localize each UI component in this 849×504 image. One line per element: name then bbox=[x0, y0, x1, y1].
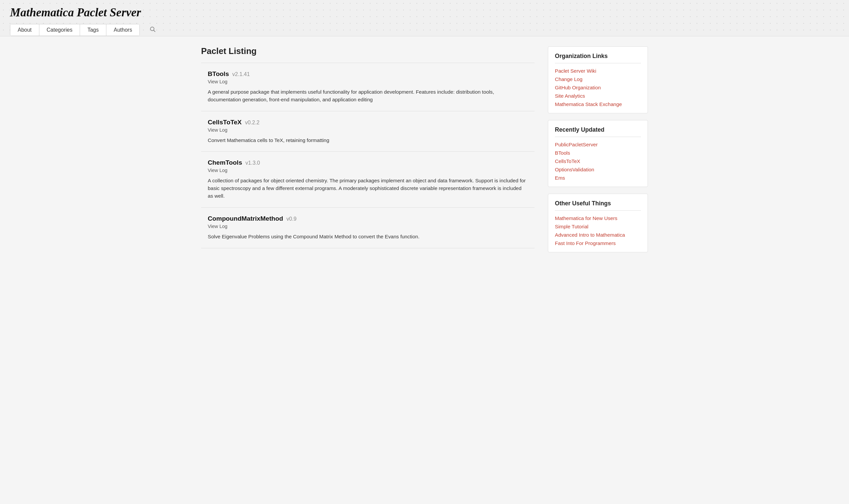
recently-updated-list: PublicPacletServerBToolsCellsToTeXOption… bbox=[555, 142, 641, 181]
sidebar-link[interactable]: Site Analytics bbox=[555, 93, 641, 99]
paclet-name: CompoundMatrixMethod bbox=[208, 215, 283, 222]
paclet-header: CellsToTeX v0.2.2 bbox=[208, 119, 528, 126]
sidebar-link[interactable]: Simple Tutorial bbox=[555, 224, 641, 229]
sidebar-link[interactable]: OptionsValidation bbox=[555, 167, 641, 172]
other-useful-title: Other Useful Things bbox=[555, 200, 641, 211]
nav-tab-about[interactable]: About bbox=[10, 24, 39, 36]
paclet-item: BTools v2.1.41 View Log A general purpos… bbox=[201, 63, 534, 111]
sidebar-link[interactable]: Change Log bbox=[555, 76, 641, 82]
sidebar: Organization Links Paclet Server WikiCha… bbox=[548, 46, 648, 252]
main-layout: Paclet Listing BTools v2.1.41 View Log A… bbox=[191, 36, 658, 262]
paclet-description: A collection of packages for object orie… bbox=[208, 177, 528, 200]
sidebar-link[interactable]: Fast Into For Programmers bbox=[555, 240, 641, 246]
sidebar-link[interactable]: Paclet Server Wiki bbox=[555, 68, 641, 74]
sidebar-link[interactable]: PublicPacletServer bbox=[555, 142, 641, 147]
organization-links-list: Paclet Server WikiChange LogGitHub Organ… bbox=[555, 68, 641, 107]
paclet-description: Convert Mathematica cells to TeX, retain… bbox=[208, 137, 528, 144]
organization-links-box: Organization Links Paclet Server WikiCha… bbox=[548, 46, 648, 113]
sidebar-link[interactable]: GitHub Organization bbox=[555, 85, 641, 90]
paclet-header: ChemTools v1.3.0 bbox=[208, 159, 528, 166]
paclet-description: A general purpose package that implement… bbox=[208, 88, 528, 104]
paclet-version: v2.1.41 bbox=[232, 71, 250, 77]
view-log-link[interactable]: View Log bbox=[208, 224, 528, 229]
paclet-item: CompoundMatrixMethod v0.9 View Log Solve… bbox=[201, 208, 534, 248]
paclet-version: v0.2.2 bbox=[245, 120, 260, 126]
sidebar-link[interactable]: Advanced Intro to Mathematica bbox=[555, 232, 641, 238]
nav-tab-categories[interactable]: Categories bbox=[39, 24, 80, 36]
paclet-header: CompoundMatrixMethod v0.9 bbox=[208, 215, 528, 222]
paclet-name: BTools bbox=[208, 70, 229, 78]
paclet-description: Solve Eigenvalue Problems using the Comp… bbox=[208, 233, 528, 241]
paclet-item: ChemTools v1.3.0 View Log A collection o… bbox=[201, 152, 534, 207]
header: Mathematica Paclet Server About Categori… bbox=[0, 0, 849, 36]
sidebar-link[interactable]: CellsToTeX bbox=[555, 158, 641, 164]
view-log-link[interactable]: View Log bbox=[208, 168, 528, 173]
sidebar-link[interactable]: BTools bbox=[555, 150, 641, 156]
site-title: Mathematica Paclet Server bbox=[10, 6, 839, 19]
sidebar-link[interactable]: Ems bbox=[555, 175, 641, 181]
paclet-header: BTools v2.1.41 bbox=[208, 70, 528, 78]
paclet-list: BTools v2.1.41 View Log A general purpos… bbox=[201, 63, 534, 248]
content-area: Paclet Listing BTools v2.1.41 View Log A… bbox=[201, 46, 534, 252]
paclet-name: CellsToTeX bbox=[208, 119, 242, 126]
sidebar-link[interactable]: Mathematica for New Users bbox=[555, 215, 641, 221]
organization-links-title: Organization Links bbox=[555, 53, 641, 63]
view-log-link[interactable]: View Log bbox=[208, 127, 528, 133]
paclet-name: ChemTools bbox=[208, 159, 242, 166]
other-useful-list: Mathematica for New UsersSimple Tutorial… bbox=[555, 215, 641, 246]
view-log-link[interactable]: View Log bbox=[208, 79, 528, 84]
nav-bar: About Categories Tags Authors bbox=[10, 24, 839, 36]
nav-tabs: About Categories Tags Authors bbox=[10, 24, 140, 36]
paclet-version: v1.3.0 bbox=[245, 160, 260, 166]
search-icon[interactable] bbox=[150, 26, 156, 34]
sidebar-link[interactable]: Mathematica Stack Exchange bbox=[555, 101, 641, 107]
paclet-version: v0.9 bbox=[286, 216, 297, 222]
nav-tab-authors[interactable]: Authors bbox=[106, 24, 139, 36]
other-useful-box: Other Useful Things Mathematica for New … bbox=[548, 194, 648, 252]
recently-updated-box: Recently Updated PublicPacletServerBTool… bbox=[548, 120, 648, 187]
nav-tab-tags[interactable]: Tags bbox=[80, 24, 106, 36]
paclet-item: CellsToTeX v0.2.2 View Log Convert Mathe… bbox=[201, 111, 534, 152]
page-title: Paclet Listing bbox=[201, 46, 534, 56]
recently-updated-title: Recently Updated bbox=[555, 126, 641, 137]
svg-line-1 bbox=[154, 30, 155, 32]
